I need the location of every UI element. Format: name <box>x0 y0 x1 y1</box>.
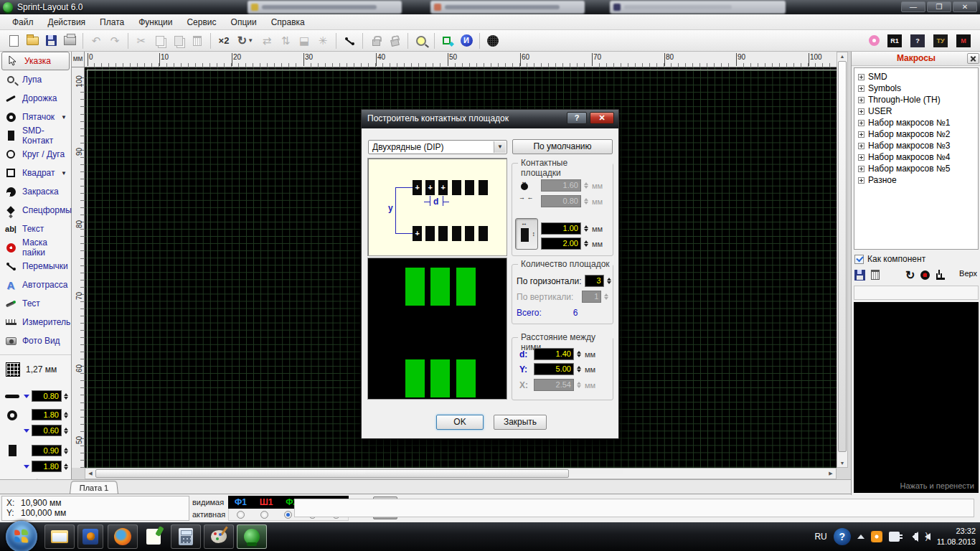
spinner[interactable] <box>64 410 68 420</box>
autoroute-button[interactable]: И <box>458 32 475 50</box>
layer-f1[interactable]: Ф1 <box>235 497 247 507</box>
tool-magnifier[interactable]: Лупа <box>0 70 71 89</box>
menu-actions[interactable]: Действия <box>42 16 93 29</box>
menu-options[interactable]: Опции <box>225 16 263 29</box>
menu-functions[interactable]: Функции <box>132 16 179 29</box>
mirror-vertical-button[interactable]: ⇅ <box>277 32 294 50</box>
smd-pad-toggle[interactable]: ↔↕ <box>515 218 538 250</box>
pad-drill-field[interactable]: 0.60 <box>32 425 62 436</box>
tool-autoroute[interactable]: A Автотрасса <box>0 276 71 294</box>
new-document-button[interactable] <box>5 32 22 50</box>
open-button[interactable] <box>24 32 41 50</box>
expand-icon[interactable] <box>858 143 864 149</box>
language-indicator[interactable]: RU <box>814 532 826 542</box>
expand-icon[interactable] <box>858 166 864 172</box>
smd-height-field[interactable]: 2.00 <box>541 237 581 250</box>
chevron-down-icon[interactable] <box>24 395 29 398</box>
tree-item[interactable]: USER <box>856 105 976 117</box>
layer-s1[interactable]: Ш1 <box>260 497 273 507</box>
board-tab[interactable]: Плата 1 <box>70 481 118 494</box>
close-button[interactable]: Закрыть <box>494 415 547 430</box>
network-plug-icon[interactable] <box>889 532 900 542</box>
tool-test[interactable]: Тест <box>0 294 71 313</box>
paste-button[interactable] <box>170 32 187 50</box>
macro-m-button[interactable]: М <box>953 32 974 50</box>
dialog-help-button[interactable]: ? <box>567 112 587 124</box>
ok-button[interactable]: OK <box>436 415 484 430</box>
tree-item[interactable]: Набор макросов №2 <box>856 128 976 140</box>
expand-icon[interactable] <box>858 131 864 138</box>
tree-item[interactable]: Through-Hole (TH) <box>856 94 976 105</box>
spinner[interactable] <box>607 276 612 286</box>
tool-jumpers[interactable]: Перемычки <box>0 257 71 276</box>
r1-labels-button[interactable]: R1 <box>884 32 905 50</box>
record-icon[interactable] <box>920 270 930 280</box>
expand-icon[interactable] <box>858 74 864 80</box>
expand-icon[interactable] <box>858 177 864 184</box>
tool-circle-arc[interactable]: Круг / Дуга <box>0 145 71 164</box>
dialog-close-button[interactable]: ✕ <box>590 112 614 124</box>
taskbar-paint[interactable] <box>204 524 234 549</box>
track-width-field[interactable]: 0.80 <box>32 390 62 402</box>
unlock-button[interactable] <box>386 32 403 50</box>
copy-button[interactable] <box>151 32 169 50</box>
tray-app-icon[interactable] <box>871 531 882 542</box>
tree-item[interactable]: Разное <box>856 174 976 186</box>
tool-fill[interactable]: Закраска <box>0 182 71 201</box>
scroll-up-icon[interactable]: ▲ <box>837 54 847 59</box>
align-button[interactable]: ⬓ <box>296 32 313 50</box>
scroll-down-icon[interactable]: ▼ <box>837 461 847 466</box>
tree-item[interactable]: Набор макросов №5 <box>856 163 976 174</box>
horizontal-scrollbar[interactable]: ◀ ▶ <box>85 468 837 479</box>
expand-icon[interactable] <box>858 154 864 161</box>
taskbar-calculator[interactable] <box>171 524 201 549</box>
menu-help[interactable]: Справка <box>265 16 311 29</box>
tree-item[interactable]: Набор макросов №4 <box>856 151 976 163</box>
menu-service[interactable]: Сервис <box>180 16 222 29</box>
tool-special-shapes[interactable]: Спецформы <box>0 201 71 220</box>
spinner[interactable] <box>584 238 589 249</box>
tree-item[interactable]: SMD <box>856 71 976 83</box>
tool-pad[interactable]: Пятачок ▼ <box>0 108 71 126</box>
connections-button[interactable] <box>439 32 456 50</box>
spinner[interactable] <box>584 223 589 234</box>
taskbar-media-player[interactable] <box>77 524 103 549</box>
pad-type-select[interactable]: Двухрядные (DIP) ▼ <box>368 140 507 154</box>
redo-button[interactable]: ↷ <box>106 32 123 50</box>
count-horizontal-field[interactable]: 3 <box>585 275 604 287</box>
background-window[interactable] <box>610 1 786 14</box>
photo-mask-button[interactable] <box>484 32 501 50</box>
rotate-button[interactable]: ↻▼ <box>234 32 257 50</box>
menu-file[interactable]: Файл <box>6 16 40 29</box>
expand-icon[interactable] <box>858 108 864 115</box>
undo-button[interactable]: ↶ <box>88 32 105 50</box>
expand-icon[interactable] <box>858 97 864 103</box>
start-button[interactable] <box>6 521 37 551</box>
radio-layer-s1[interactable] <box>260 511 268 519</box>
tree-item[interactable]: Набор макросов №3 <box>856 140 976 151</box>
as-component-checkbox[interactable]: Как компонент <box>854 254 925 264</box>
center-button[interactable]: ✳ <box>314 32 331 50</box>
background-window[interactable] <box>248 1 402 14</box>
tool-pointer[interactable]: Указка <box>1 52 70 70</box>
scroll-left-icon[interactable]: ◀ <box>86 471 95 476</box>
lock-button[interactable] <box>367 32 385 50</box>
tool-solder-mask[interactable]: Маска пайки <box>0 238 71 257</box>
spinner[interactable] <box>64 425 68 436</box>
save-macro-icon[interactable] <box>854 270 865 281</box>
checkbox-checked-icon[interactable] <box>854 255 864 264</box>
jumper-mode-button[interactable] <box>341 32 358 50</box>
spinner[interactable] <box>64 391 68 402</box>
spinner[interactable] <box>577 364 582 375</box>
duplicate-button[interactable]: ×2 <box>215 32 232 50</box>
tool-text[interactable]: ab| Текст <box>0 220 71 238</box>
solder-mask-button[interactable] <box>865 32 882 50</box>
vertical-scrollbar[interactable]: ▲ ▼ <box>837 52 848 468</box>
close-icon[interactable] <box>967 53 979 64</box>
tool-measure[interactable]: Измеритель <box>0 313 71 331</box>
cut-button[interactable]: ✂ <box>133 32 150 50</box>
expand-icon[interactable] <box>858 85 864 92</box>
chevron-down-icon[interactable] <box>24 429 29 433</box>
rotate-macro-icon[interactable]: ↻ <box>905 268 915 282</box>
tu-check-button[interactable]: ТУ <box>930 32 951 50</box>
